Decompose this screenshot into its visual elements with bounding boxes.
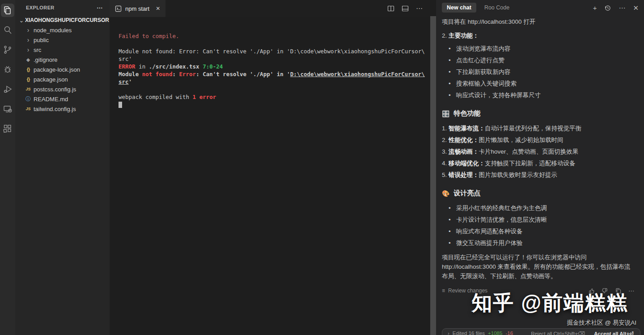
chat-bullet-item: •下拉刷新获取新内容 <box>442 66 635 78</box>
chat-header: New chat Roo Code + ⋯ ✕ <box>436 0 644 15</box>
chat-numbered-item: 2. 性能优化：图片懒加载，减少初始加载时间 <box>442 134 635 146</box>
file-tree: ›node_modules›public›src◆.gitignore{}pac… <box>15 25 110 114</box>
chat-bullet-item: •响应式设计，支持各种屏幕尺寸 <box>442 90 635 101</box>
chat-section-heading: 🎛️特色功能 <box>442 109 635 118</box>
search-icon[interactable] <box>1 23 14 37</box>
chat-bullet-item: •滚动浏览瀑布流内容 <box>442 43 635 55</box>
chat-numbered-item: 4. 移动端优化：支持触摸下拉刷新，适配移动设备 <box>442 158 635 169</box>
file-label: README.md <box>34 96 68 103</box>
explorer-header: EXPLORER ⋯ <box>15 0 110 15</box>
file-label: src <box>34 47 41 53</box>
review-more-icon[interactable]: ⋯ <box>628 287 635 294</box>
file-label: tailwind.config.js <box>34 106 76 112</box>
chat-close-icon[interactable]: ✕ <box>633 4 639 11</box>
terminal-output[interactable]: Failed to compile. Module not found: Err… <box>119 32 427 108</box>
list-icon: ≡ <box>442 288 445 294</box>
terminal-icon <box>115 5 122 12</box>
bullet-icon: • <box>449 226 451 237</box>
explorer-icon[interactable] <box>1 4 14 17</box>
file-label: package.json <box>34 76 68 83</box>
js-file-icon: JS <box>24 87 32 91</box>
explorer-more-icon[interactable]: ⋯ <box>97 4 103 11</box>
bullet-icon: • <box>449 237 451 249</box>
chat-numbered-item: 1. 智能瀑布流：自动计算最优列分配，保持视觉平衡 <box>442 123 635 134</box>
json-file-icon: {} <box>24 77 32 82</box>
file-item-package-lock.json[interactable]: {}package-lock.json <box>15 64 110 74</box>
chat-section-heading: 🎨设计亮点 <box>442 189 635 198</box>
run-and-debug-icon[interactable] <box>1 82 14 96</box>
bullet-icon: • <box>449 43 451 55</box>
file-item-tailwind.config.js[interactable]: JStailwind.config.js <box>15 104 110 114</box>
js-file-icon: JS <box>24 107 32 111</box>
file-label: node_modules <box>34 27 72 34</box>
file-item-public[interactable]: ›public <box>15 35 110 45</box>
chat-bullet-item: •卡片设计简洁优雅，信息层次清晰 <box>442 214 635 226</box>
tab-new-chat[interactable]: New chat <box>442 3 476 13</box>
bullet-icon: • <box>449 214 451 226</box>
chevron-right-icon: › <box>24 36 32 43</box>
file-label: package-lock.json <box>34 66 80 73</box>
chat-paragraph: 项目将在 http://localhost:3000 打开 <box>442 17 635 26</box>
terminal-line: Module not found: Error: Can't resolve '… <box>119 70 427 78</box>
chat-numbered-item: 2. 主要功能： <box>442 31 635 40</box>
editor-tab-bar: npm start ✕ ⋯ <box>110 0 430 17</box>
terminal-line: ERROR in ./src/index.tsx 7:0-24 <box>119 63 427 70</box>
review-changes-bar[interactable]: › Edited 16 files +1085 -16 Reject all C… <box>442 328 640 335</box>
terminal-line <box>119 86 427 93</box>
chevron-right-icon[interactable]: › <box>448 331 449 335</box>
chevron-right-icon: › <box>24 46 32 53</box>
info-file-icon: ⓘ <box>24 95 32 103</box>
chat-more-icon[interactable]: ⋯ <box>619 4 625 11</box>
close-tab-icon[interactable]: ✕ <box>156 5 160 12</box>
split-editor-icon[interactable] <box>387 5 394 12</box>
editor-more-icon[interactable]: ⋯ <box>416 4 423 13</box>
accept-all-button[interactable]: Accept all Alt+⏎ <box>594 331 634 335</box>
remote-explorer-icon[interactable] <box>1 102 14 116</box>
terminal-line: Module not found: Error: Can't resolve '… <box>119 47 427 55</box>
explorer-sidebar: EXPLORER ⋯ ⌄ XIAOHONGSHUPICFORCURSOR ›no… <box>15 0 110 335</box>
editor-scrollbar[interactable] <box>430 16 436 335</box>
terminal-line <box>119 40 427 47</box>
file-item-node_modules[interactable]: ›node_modules <box>15 25 110 35</box>
extensions-icon[interactable] <box>1 122 14 135</box>
new-task-plus-icon[interactable]: + <box>593 4 597 11</box>
reject-all-button[interactable]: Reject all Ctrl+Shift+⌫ <box>531 331 585 335</box>
bullet-icon: • <box>449 55 451 66</box>
chat-bullet-item: •采用小红书的经典红色作为主色调 <box>442 202 635 214</box>
file-item-postcss.config.js[interactable]: JSpostcss.config.js <box>15 84 110 94</box>
tree-root-folder[interactable]: ⌄ XIAOHONGSHUPICFORCURSOR <box>15 15 110 25</box>
debug-icon[interactable] <box>1 63 14 76</box>
tab-npm-start[interactable]: npm start ✕ <box>110 0 165 17</box>
file-item-src[interactable]: ›src <box>15 45 110 55</box>
chat-bullet-item: •搜索框输入关键词搜索 <box>442 78 635 90</box>
history-icon[interactable] <box>604 4 611 11</box>
chat-numbered-list: 1. 智能瀑布流：自动计算最优列分配，保持视觉平衡2. 性能优化：图片懒加载，减… <box>442 123 635 181</box>
bullet-icon: • <box>449 66 451 78</box>
file-item-.gitignore[interactable]: ◆.gitignore <box>15 55 110 64</box>
file-item-README.md[interactable]: ⓘREADME.md <box>15 94 110 104</box>
editor-actions: ⋯ <box>387 0 430 17</box>
source-control-icon[interactable] <box>1 43 14 56</box>
chevron-right-icon: › <box>24 26 32 34</box>
terminal-line: webpack compiled with 1 error <box>119 93 427 101</box>
chevron-down-icon: ⌄ <box>18 17 25 24</box>
watermark-title: 知乎 @前端糕糕 <box>471 289 628 317</box>
watermark-subtitle: 掘金技术社区 @ 易安说AI <box>567 319 636 327</box>
palette-emoji-icon: 🎨 <box>442 190 449 197</box>
terminal-line: src' <box>119 78 427 86</box>
chat-bullet-list: •采用小红书的经典红色作为主色调•卡片设计简洁优雅，信息层次清晰•响应式布局适配… <box>442 202 635 249</box>
git-file-icon: ◆ <box>24 57 32 63</box>
vscode-window: { "icons": { "more": "⋯", "close": "✕", … <box>0 0 644 335</box>
chat-bullet-item: •响应式布局适配各种设备 <box>442 226 635 237</box>
chat-numbered-item: 5. 错误处理：图片加载失败时显示友好提示 <box>442 169 635 181</box>
file-item-package.json[interactable]: {}package.json <box>15 74 110 84</box>
terminal-line: src' <box>119 55 427 63</box>
lines-removed-count: -16 <box>505 331 513 335</box>
bullet-icon: • <box>449 78 451 90</box>
toggle-panel-icon[interactable] <box>402 5 409 12</box>
control-knobs-emoji-icon: 🎛️ <box>442 110 449 117</box>
terminal-line: Failed to compile. <box>119 32 427 40</box>
chat-bullet-item: •点击红心进行点赞 <box>442 55 635 66</box>
tab-roo-code[interactable]: Roo Code <box>484 4 509 11</box>
chat-paragraph: 项目现在已经完全可以运行了！你可以在浏览器中访问 http://localhos… <box>442 253 635 281</box>
